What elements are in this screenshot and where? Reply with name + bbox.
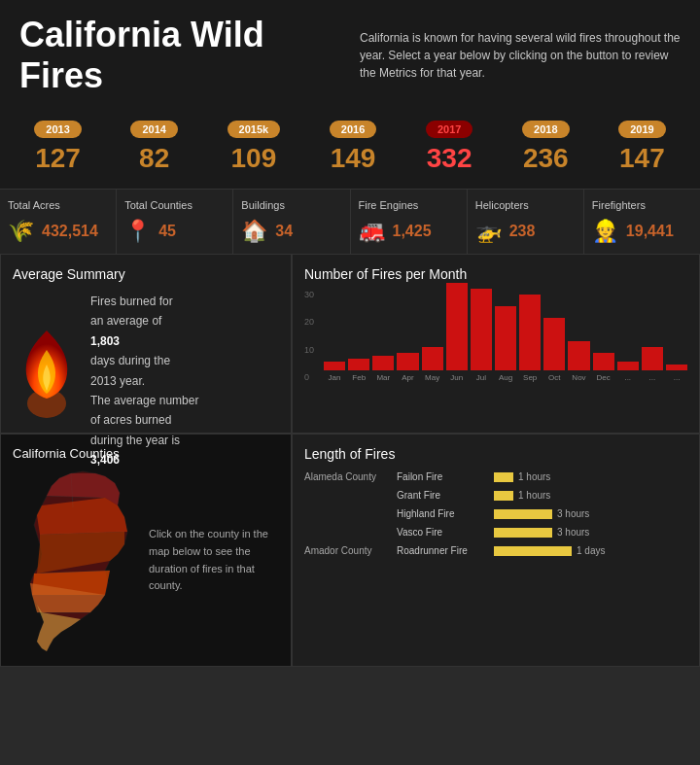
bar xyxy=(324,362,345,370)
year-btn-2013[interactable]: 2013 xyxy=(34,121,81,138)
bar-item: Nov xyxy=(568,341,589,382)
stat-label-counties: Total Counties xyxy=(124,199,192,211)
year-btn-2014[interactable]: 2014 xyxy=(130,121,177,138)
stat-helicopters: Helicopters 🚁 238 xyxy=(468,190,584,254)
length-fires-title: Length of Fires xyxy=(304,446,687,462)
year-btn-2017[interactable]: 2017 xyxy=(426,121,472,138)
bar-label: Dec xyxy=(597,373,611,382)
year-btn-2019[interactable]: 2019 xyxy=(618,121,665,138)
fire-duration-label: 1 hours xyxy=(518,471,550,482)
bar-item: Feb xyxy=(348,359,369,382)
year-count-2019: 147 xyxy=(619,143,665,174)
fire-duration-bar xyxy=(494,509,552,519)
bar-item: Mar xyxy=(372,356,394,382)
fires-chart-panel: Number of Fires per Month 30 20 10 0 Jan… xyxy=(292,254,700,434)
stat-total-counties: Total Counties 📍 45 xyxy=(117,190,233,254)
stat-label-engines: Fire Engines xyxy=(359,199,419,211)
fire-duration-bar xyxy=(494,472,513,482)
bar-label: Sep xyxy=(523,373,537,382)
bar xyxy=(397,353,418,370)
engines-icon: 🚒 xyxy=(359,219,385,244)
avg-summary-text: Fires burned foran average of1,803days d… xyxy=(90,292,198,470)
list-item: Grant Fire1 hours xyxy=(304,490,687,501)
bar xyxy=(642,347,663,370)
fire-name-label: Grant Fire xyxy=(397,490,489,501)
bar-item: Apr xyxy=(397,353,418,382)
bar-item: Jan xyxy=(324,362,345,382)
bar-label: May xyxy=(425,373,439,382)
fire-bar-wrap: 1 hours xyxy=(494,471,687,482)
fire-duration-bar xyxy=(494,528,552,538)
bar xyxy=(495,306,516,370)
stats-row: Total Acres 🌾 432,514 Total Counties 📍 4… xyxy=(0,189,700,254)
stat-label-acres: Total Acres xyxy=(8,199,60,211)
bar-label: Aug xyxy=(499,373,512,382)
bar-item: Jun xyxy=(446,283,468,382)
fire-duration-bar xyxy=(494,491,513,501)
bar-label: Oct xyxy=(548,373,560,382)
counties-description: Click on the county in the map below to … xyxy=(149,526,279,594)
year-bar: 2013 127 2014 82 2015k 109 2016 149 2017… xyxy=(0,111,700,189)
avg-summary-title: Average Summary xyxy=(13,266,279,282)
year-count-2016: 149 xyxy=(331,143,376,174)
fire-name-label: Failon Fire xyxy=(397,471,489,482)
fire-duration-label: 3 hours xyxy=(557,527,589,538)
fire-duration-label: 1 days xyxy=(577,545,605,556)
bar-item: Jul xyxy=(471,289,492,382)
page-title: California Wild Fires xyxy=(19,15,340,96)
year-item-2014: 2014 82 xyxy=(130,121,177,174)
acres-icon: 🌾 xyxy=(8,219,34,244)
stat-value-firefighters: 19,441 xyxy=(626,223,674,240)
stat-fire-engines: Fire Engines 🚒 1,425 xyxy=(351,190,468,254)
bar xyxy=(543,318,565,370)
header-description: California is known for having several w… xyxy=(360,29,681,82)
bar-label: Feb xyxy=(352,373,366,382)
bar-item: ... xyxy=(642,347,663,382)
bar xyxy=(348,359,369,370)
firefighters-icon: 👷 xyxy=(592,219,618,244)
year-count-2013: 127 xyxy=(35,143,81,174)
fire-name-label: Highland Fire xyxy=(397,508,489,519)
fires-list: Alameda CountyFailon Fire1 hoursGrant Fi… xyxy=(304,471,687,556)
year-btn-2018[interactable]: 2018 xyxy=(522,121,569,138)
bar xyxy=(519,295,541,370)
bar xyxy=(666,365,687,370)
year-btn-2016[interactable]: 2016 xyxy=(330,121,376,138)
bar-label: Nov xyxy=(572,373,585,382)
fire-bar-wrap: 1 days xyxy=(494,545,687,556)
fire-duration-bar xyxy=(494,546,572,556)
bar-item: ... xyxy=(617,362,639,382)
year-count-2018: 236 xyxy=(523,143,569,174)
bar-label: Jan xyxy=(329,373,341,382)
fire-bar-wrap: 3 hours xyxy=(494,508,687,519)
year-item-2018: 2018 236 xyxy=(522,121,569,174)
list-item: Alameda CountyFailon Fire1 hours xyxy=(304,471,687,482)
california-map[interactable] xyxy=(13,469,139,653)
bar-label: ... xyxy=(624,373,631,382)
bar-item: May xyxy=(422,347,443,382)
stat-label-helicopters: Helicopters xyxy=(475,199,529,211)
left-panel: Average Summary xyxy=(0,254,292,667)
bar-label: Jul xyxy=(476,373,486,382)
list-item: Amador CountyRoadrunner Fire1 days xyxy=(304,545,687,556)
buildings-icon: 🏠 xyxy=(241,219,267,244)
bar-item: Dec xyxy=(593,353,614,382)
stat-value-counties: 45 xyxy=(158,223,176,240)
year-btn-2015[interactable]: 2015k xyxy=(228,121,281,138)
fire-bar-wrap: 3 hours xyxy=(494,527,687,538)
bar-label: Mar xyxy=(376,373,390,382)
stat-firefighters: Firefighters 👷 19,441 xyxy=(584,190,700,254)
helicopters-icon: 🚁 xyxy=(475,219,502,244)
county-label: Alameda County xyxy=(304,471,392,482)
bar-item: ... xyxy=(666,365,687,382)
year-item-2015: 2015k 109 xyxy=(228,121,281,174)
bar-chart: JanFebMarAprMayJunJulAugSepOctNovDec....… xyxy=(324,290,687,406)
length-fires-panel: Length of Fires Alameda CountyFailon Fir… xyxy=(292,434,700,667)
stat-label-firefighters: Firefighters xyxy=(592,199,646,211)
chart-title: Number of Fires per Month xyxy=(304,266,687,282)
bar-label: ... xyxy=(674,373,681,382)
fire-name-label: Roadrunner Fire xyxy=(397,545,489,556)
fire-name-label: Vasco Fire xyxy=(397,527,489,538)
bar xyxy=(568,341,589,370)
stat-value-helicopters: 238 xyxy=(509,223,536,240)
